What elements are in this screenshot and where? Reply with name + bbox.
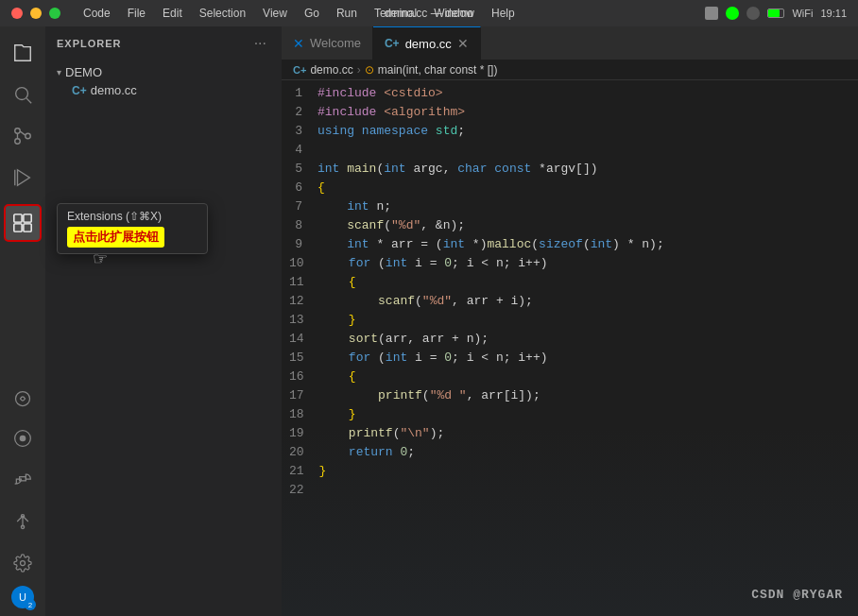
sidebar-item-git[interactable] <box>4 503 42 540</box>
folder-name: DEMO <box>65 65 102 79</box>
breadcrumb-function-icon: ⊙ <box>365 63 374 77</box>
watermark: CSDN @RYGAR <box>751 586 843 605</box>
line-num-3: 3 <box>289 122 317 141</box>
svg-line-6 <box>20 131 26 135</box>
line-num-9: 9 <box>289 235 317 254</box>
code-line-4: 4 <box>282 141 858 160</box>
menu-file[interactable]: File <box>120 5 153 22</box>
line-content-8: scanf("%d", &n); <box>317 216 465 235</box>
line-num-5: 5 <box>289 160 317 179</box>
line-num-15: 15 <box>289 349 319 368</box>
line-num-14: 14 <box>289 330 319 349</box>
svg-point-0 <box>16 88 28 100</box>
tooltip-title: Extensions (⇧⌘X) <box>67 210 197 223</box>
sidebar-item-search[interactable] <box>4 76 42 113</box>
svg-point-3 <box>15 139 21 145</box>
line-content-3: using namespace std; <box>317 122 465 141</box>
new-file-button[interactable]: ··· <box>250 33 270 54</box>
code-line-14: 14 sort(arr, arr + n); <box>282 330 858 349</box>
cpp-tab-icon: C+ <box>385 37 400 50</box>
welcome-tab-icon: ✕ <box>293 36 304 51</box>
code-line-10: 10 for (int i = 0; i < n; i++) <box>282 254 858 273</box>
sidebar-item-settings[interactable] <box>4 544 42 582</box>
main-layout: U 2 EXPLORER ··· ▾ DEMO C+ demo.cc ✕ <box>0 26 858 616</box>
titlebar-right-icons: WiFi 19:11 <box>705 7 847 20</box>
explorer-title: EXPLORER <box>57 38 122 49</box>
menu-bar: Code File Edit Selection View Go Run Ter… <box>76 5 523 22</box>
close-button[interactable] <box>11 8 23 19</box>
sidebar-item-run[interactable] <box>4 159 42 197</box>
code-line-19: 19 printf("\n"); <box>282 424 858 443</box>
line-content-20: return 0; <box>319 443 415 462</box>
code-line-12: 12 scanf("%d", arr + i); <box>282 292 858 311</box>
line-num-17: 17 <box>289 386 319 405</box>
line-content-18: } <box>319 405 356 424</box>
breadcrumb: C+ demo.cc › ⊙ main(int, char const * []… <box>282 60 858 80</box>
record-icon <box>705 7 718 20</box>
time-display: 19:11 <box>820 8 847 19</box>
line-content-13: } <box>319 311 356 330</box>
bluetooth-icon <box>746 7 760 20</box>
line-num-20: 20 <box>289 443 319 462</box>
sidebar-action-buttons: ··· <box>250 33 270 54</box>
tab-demo-cc-label: demo.cc <box>405 37 452 51</box>
line-num-12: 12 <box>289 292 319 311</box>
sidebar-item-docker[interactable] <box>4 461 42 499</box>
line-num-16: 16 <box>289 368 319 386</box>
code-line-21: 21 } <box>282 462 858 481</box>
code-line-3: 3 using namespace std; <box>282 122 858 141</box>
menu-go[interactable]: Go <box>297 5 327 22</box>
menu-view[interactable]: View <box>255 5 295 22</box>
code-editor[interactable]: 1 #include <cstdio> 2 #include <algorith… <box>282 80 858 616</box>
line-num-18: 18 <box>289 405 319 424</box>
line-content-11: { <box>319 273 356 292</box>
menu-window[interactable]: Window <box>426 5 482 22</box>
svg-point-4 <box>26 133 31 139</box>
sidebar-item-extensions[interactable] <box>4 204 42 242</box>
code-line-13: 13 } <box>282 311 858 330</box>
line-content-9: int * arr = (int *)malloc(sizeof(int) * … <box>317 235 664 254</box>
breadcrumb-function[interactable]: main(int, char const * []) <box>378 63 498 77</box>
line-content-7: int n; <box>317 197 391 216</box>
tab-welcome[interactable]: ✕ Welcome <box>282 26 373 60</box>
status-green-icon <box>726 7 739 20</box>
svg-point-18 <box>21 525 24 528</box>
user-avatar[interactable]: U 2 <box>11 586 34 608</box>
explorer-header: EXPLORER ··· <box>45 26 282 60</box>
svg-rect-9 <box>14 214 22 222</box>
svg-point-15 <box>20 436 26 442</box>
line-content-17: printf("%d ", arr[i]); <box>319 386 541 405</box>
minimize-button[interactable] <box>30 8 42 19</box>
line-num-11: 11 <box>289 273 319 292</box>
tab-close-button[interactable]: ✕ <box>457 36 469 51</box>
line-content-21: } <box>319 462 327 481</box>
code-line-6: 6 { <box>282 179 858 197</box>
file-demo-cc[interactable]: C+ demo.cc <box>45 81 282 99</box>
sidebar-item-source-control[interactable] <box>4 117 42 155</box>
tab-demo-cc[interactable]: C+ demo.cc ✕ <box>373 26 481 60</box>
sidebar-item-explorer[interactable] <box>4 34 42 72</box>
breadcrumb-file[interactable]: demo.cc <box>310 63 352 77</box>
menu-help[interactable]: Help <box>484 5 523 22</box>
line-content-16: { <box>319 368 356 386</box>
breadcrumb-separator: › <box>357 63 361 77</box>
menu-run[interactable]: Run <box>329 5 365 22</box>
menu-selection[interactable]: Selection <box>192 5 253 22</box>
svg-point-2 <box>15 128 21 134</box>
project-folder[interactable]: ▾ DEMO <box>45 63 282 81</box>
menu-edit[interactable]: Edit <box>155 5 190 22</box>
sidebar-item-github[interactable] <box>4 419 42 457</box>
code-line-16: 16 { <box>282 368 858 386</box>
sidebar-item-remote[interactable] <box>4 380 42 418</box>
menu-code[interactable]: Code <box>76 5 118 22</box>
code-line-11: 11 { <box>282 273 858 292</box>
editor-area: ✕ Welcome C+ demo.cc ✕ C+ demo.cc › ⊙ ma… <box>282 26 858 616</box>
line-num-22: 22 <box>289 481 319 500</box>
line-num-2: 2 <box>289 103 317 122</box>
code-line-22: 22 <box>282 481 858 500</box>
code-line-15: 15 for (int i = 0; i < n; i++) <box>282 349 858 368</box>
extensions-tooltip: Extensions (⇧⌘X) 点击此扩展按钮 <box>57 203 208 254</box>
menu-terminal[interactable]: Terminal <box>367 5 424 22</box>
line-content-2: #include <algorithm> <box>317 103 465 122</box>
maximize-button[interactable] <box>49 8 60 19</box>
